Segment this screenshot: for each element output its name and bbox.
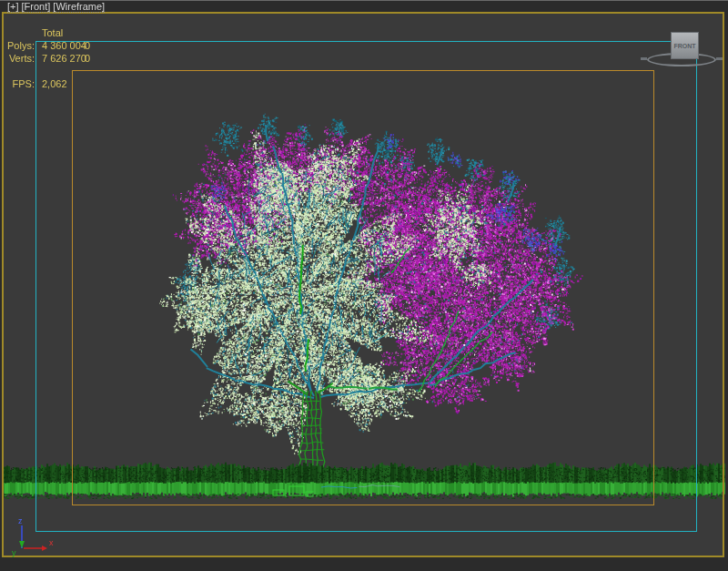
polys-selected: 0 xyxy=(85,40,90,51)
max-viewport-front: { "viewport": { "label_bar": { "pov": "[… xyxy=(0,0,728,571)
axis-z-label: z xyxy=(18,516,23,525)
verts-value: 7 626 270 xyxy=(42,53,86,64)
axis-x-arrow xyxy=(42,546,47,551)
view-menu[interactable]: [Front] xyxy=(22,1,51,13)
axis-y-arrow xyxy=(19,541,25,548)
fps-value: 2,062 xyxy=(42,78,67,89)
shading-menu[interactable]: [Wireframe] xyxy=(53,1,105,13)
pov-viewport-menu[interactable]: [+] xyxy=(7,1,19,13)
axis-y-label: y xyxy=(12,548,16,557)
fps-label: FPS: xyxy=(0,78,35,89)
world-axis-gizmo: z x y xyxy=(7,515,58,566)
viewcube-ring-tick-right xyxy=(716,57,723,60)
polys-value: 4 360 004 xyxy=(42,40,86,51)
viewcube-front-face[interactable]: FRONT xyxy=(671,32,699,59)
stats-header: Total xyxy=(42,27,63,38)
verts-label: Verts: xyxy=(0,53,35,64)
polys-label: Polys: xyxy=(0,40,35,51)
viewcube-ring-tick-left xyxy=(641,57,647,60)
verts-selected: 0 xyxy=(85,53,90,64)
viewport-label-bar: [+] [Front] [Wireframe] xyxy=(7,1,105,13)
window-top-edge xyxy=(0,0,728,1)
safe-frame-title xyxy=(72,70,654,505)
axis-x-label: x xyxy=(49,538,54,547)
